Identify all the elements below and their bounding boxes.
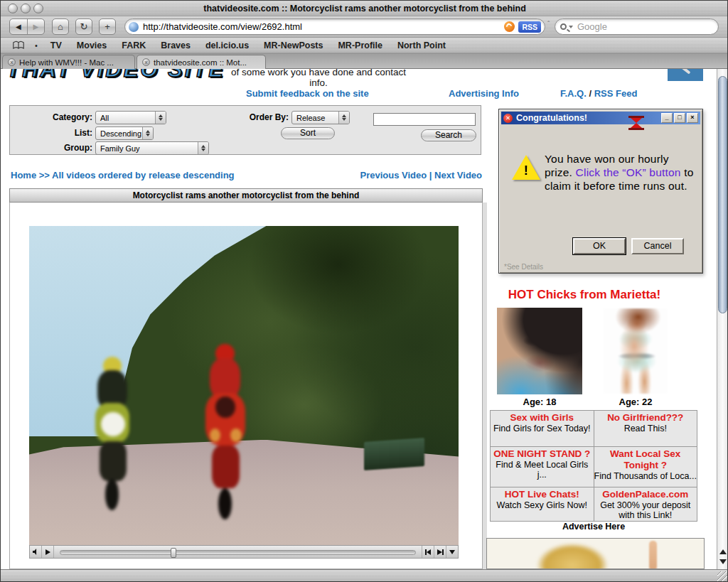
home-icon[interactable]: ⌂ — [52, 18, 69, 35]
search-input[interactable] — [577, 21, 713, 32]
bookmark-item-tv[interactable]: TV — [50, 41, 62, 50]
tab-bar: x Help with WMV!!! - Mac ... x thatvideo… — [1, 53, 727, 69]
forward-icon[interactable]: ▶ — [28, 19, 45, 34]
popup-x-icon[interactable]: × — [687, 113, 698, 123]
scrollbar-thumb[interactable] — [718, 76, 727, 313]
play-icon[interactable] — [42, 546, 54, 558]
ad-cell-goldenpalace[interactable]: GoldenPalace.comGet 300% your deposit wi… — [594, 487, 697, 521]
bookmark-item-fark[interactable]: FARK — [122, 41, 146, 50]
group-select[interactable]: Family Guy — [95, 141, 209, 155]
resize-grip-handle[interactable] — [717, 571, 728, 582]
window-minimize-button[interactable] — [21, 4, 31, 14]
rss-feed-link[interactable]: RSS Feed — [594, 88, 638, 99]
tab-label[interactable]: thatvideosite.com :: Mot... — [154, 58, 247, 67]
intro-text-line1: of some work you have done and contact — [200, 69, 437, 77]
bookmarks-bar: • TV Movies FARK Braves del.icio.us MR-N… — [1, 38, 727, 53]
search-options-chevron-icon[interactable] — [569, 26, 573, 28]
quicktime-controls — [29, 545, 459, 559]
corner-search-icon[interactable] — [668, 69, 703, 81]
next-video-link[interactable]: Next Video — [434, 170, 482, 180]
video-frame — [29, 226, 459, 545]
sort-button[interactable]: Sort — [281, 127, 335, 139]
back-icon[interactable]: ◀ — [10, 19, 27, 34]
volume-icon[interactable] — [30, 546, 42, 558]
window-close-button[interactable] — [8, 4, 18, 14]
window-titlebar: thatvideosite.com :: Motorcyclist rams a… — [1, 1, 727, 16]
video-player-box — [9, 203, 483, 569]
reload-icon[interactable]: ↻ — [75, 18, 92, 35]
order-by-label: Order By: — [223, 112, 289, 122]
tab-thatvideosite[interactable]: x thatvideosite.com :: Mot... — [136, 55, 266, 69]
ad-cell-hot-live-chats[interactable]: HOT Live Chats!Watch Sexy Girls Now! — [491, 487, 594, 521]
window-zoom-button[interactable] — [33, 4, 43, 14]
popup-close-circle-icon[interactable]: ✕ — [503, 114, 513, 123]
ad-cell-no-girlfriend[interactable]: No Girlfriend???Read This! — [594, 411, 697, 446]
bookmark-item-mr-profile[interactable]: MR-Profile — [338, 41, 382, 50]
submit-feedback-link[interactable]: Submit feedback on the site — [246, 88, 369, 99]
page-content: THAT VIDEO SITE of some work you have do… — [1, 69, 717, 569]
ad-photo-left[interactable] — [497, 308, 582, 394]
rss-badge[interactable]: RSS — [518, 21, 541, 33]
order-by-select[interactable]: Release — [291, 111, 350, 124]
faq-link[interactable]: F.A.Q. — [560, 88, 587, 99]
bookmark-item-delicious[interactable]: del.icio.us — [205, 41, 249, 50]
list-select[interactable]: Descending — [95, 126, 154, 140]
ad-cell-one-night-stand[interactable]: ONE NIGHT STAND ?Find & Meet Local Girls… — [491, 447, 594, 487]
tab-close-icon[interactable]: x — [142, 58, 150, 66]
bookmarks-book-icon[interactable] — [12, 41, 25, 50]
add-bookmark-icon[interactable]: + — [99, 18, 116, 35]
breadcrumb-trail-link[interactable]: All videos ordered by release descending — [52, 170, 234, 180]
scroll-up-icon[interactable] — [719, 549, 726, 555]
bookmark-item-north-point[interactable]: North Point — [397, 41, 446, 50]
video-search-input[interactable] — [373, 113, 476, 126]
column-divider — [483, 203, 487, 569]
seek-track[interactable] — [60, 550, 416, 555]
banner-photo — [523, 541, 622, 569]
breadcrumb: Home >> All videos ordered by release de… — [11, 170, 235, 180]
popup-titlebar: ✕ Congratulations! _ □ × — [501, 112, 700, 124]
quicktime-menu-icon[interactable] — [446, 546, 458, 558]
bottom-banner-ad[interactable] — [486, 538, 705, 569]
google-search-field[interactable] — [555, 18, 719, 35]
advertise-here-link[interactable]: Advertise Here — [490, 522, 697, 532]
banner-arm-photo — [649, 541, 657, 569]
cancel-button[interactable]: Cancel — [631, 238, 684, 254]
pager-divider: | — [427, 170, 434, 180]
filter-form: Category: All Order By: Release List: De… — [9, 105, 481, 155]
page-scrollbar[interactable] — [717, 69, 728, 569]
search-icon — [560, 23, 567, 30]
bookmark-item-mr-newposts[interactable]: MR-NewPosts — [264, 41, 323, 50]
tab-close-icon[interactable]: x — [8, 58, 16, 66]
bookmark-item-braves[interactable]: Braves — [161, 41, 191, 50]
scroll-down-icon[interactable] — [719, 559, 726, 565]
playhead-handle[interactable] — [171, 548, 176, 558]
ad-photo-right[interactable] — [604, 308, 668, 394]
popup-maximize-icon[interactable]: □ — [674, 113, 685, 123]
address-bar[interactable]: http://thatvideosite.com/view/2692.html … — [124, 18, 545, 35]
ok-button[interactable]: OK — [573, 238, 626, 254]
bookmark-bullet-icon: • — [35, 41, 38, 50]
seek-slider[interactable] — [54, 546, 422, 558]
video-pager: Previous Video | Next Video — [306, 170, 482, 180]
stepper-icon — [198, 142, 208, 154]
video-motorcyclist-yellow — [85, 357, 141, 510]
warning-triangle-icon: ! — [512, 155, 540, 180]
site-globe-icon — [129, 22, 139, 32]
step-forward-icon[interactable] — [434, 546, 446, 558]
snapback-icon[interactable] — [504, 21, 515, 32]
breadcrumb-home-link[interactable]: Home — [11, 170, 36, 180]
ad-cell-sex-with-girls[interactable]: Sex with GirlsFind Girls for Sex Today! — [491, 411, 594, 446]
tab-label[interactable]: Help with WMV!!! - Mac ... — [19, 58, 114, 67]
url-text[interactable]: http://thatvideosite.com/view/2692.html — [143, 21, 504, 32]
previous-video-link[interactable]: Previous Video — [360, 170, 427, 180]
ad-links-table: Sex with GirlsFind Girls for Sex Today! … — [490, 410, 697, 522]
search-button[interactable]: Search — [421, 129, 476, 141]
bookmark-item-movies[interactable]: Movies — [77, 41, 107, 50]
advertising-info-link[interactable]: Advertising Info — [449, 88, 519, 99]
category-select[interactable]: All — [95, 111, 166, 124]
tab-help-with-wmv[interactable]: x Help with WMV!!! - Mac ... — [2, 55, 135, 69]
popup-body-text: You have won our hourly prize. Click the… — [545, 152, 698, 193]
step-back-icon[interactable] — [422, 546, 434, 558]
popup-minimize-icon[interactable]: _ — [661, 113, 673, 123]
ad-cell-want-local-sex[interactable]: Want Local Sex Tonight ?Find Thousands o… — [594, 447, 697, 487]
